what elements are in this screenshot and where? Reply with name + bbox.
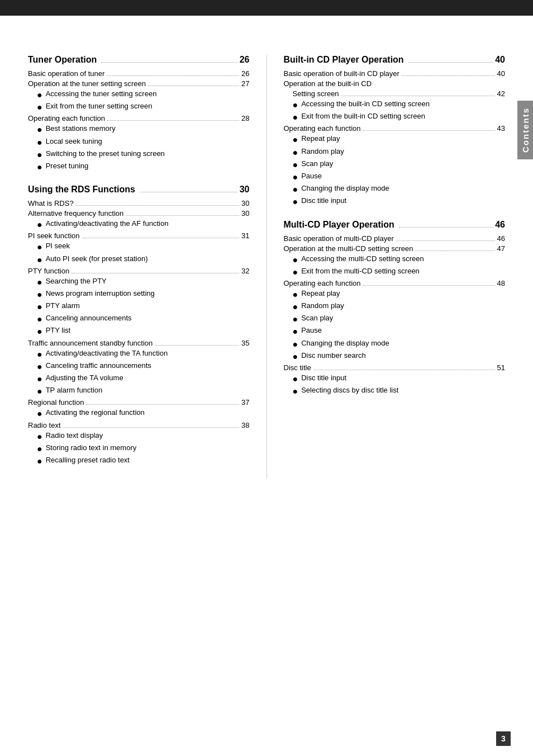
sub-entry-label: Exit from the tuner setting screen	[46, 102, 250, 110]
sub-entry-label: Activating the regional function	[46, 408, 250, 417]
sub-entry: ●Local seek tuning	[28, 137, 250, 148]
sub-entry: ●Preset tuning	[28, 162, 250, 172]
entry-page: 35	[241, 339, 249, 347]
bullet-icon: ●	[37, 289, 42, 300]
entry-row: Alternative frequency function30	[28, 209, 250, 218]
bullet-icon: ●	[293, 100, 298, 110]
page-number: 3	[496, 731, 511, 746]
entry-page: 43	[497, 124, 505, 133]
entry-page: 51	[497, 363, 505, 372]
sub-entry-label: Accessing the tuner setting screen	[46, 89, 250, 98]
bullet-icon: ●	[37, 89, 42, 100]
sub-entry: ●News program interruption setting	[28, 289, 250, 300]
sub-entry: ●Auto PI seek (for preset station)	[28, 254, 250, 265]
sub-entry: ●Activating/deactivating the AF function	[28, 219, 250, 230]
entry-page: 40	[497, 69, 505, 78]
section-title: Built-in CD Player Operation	[284, 55, 404, 65]
bullet-icon: ●	[37, 349, 42, 360]
bullet-icon: ●	[37, 431, 42, 442]
page-num: 42	[497, 89, 505, 98]
entry-page: 47	[497, 244, 505, 253]
bullet-icon: ●	[37, 361, 42, 372]
sub-entry: ●Best stations memory	[28, 124, 250, 135]
bullet-icon: ●	[37, 408, 42, 419]
leader-dots	[341, 96, 495, 96]
entry-row: What is RDS?30	[28, 199, 250, 207]
bullet-icon: ●	[37, 386, 42, 396]
leader-dots	[82, 238, 240, 238]
leader-dots	[63, 427, 239, 428]
bullet-icon: ●	[37, 219, 42, 230]
sub-entry: ●Pause	[284, 172, 506, 182]
sub-entry: ●Random play	[284, 147, 506, 158]
entry-page: 30	[241, 209, 249, 218]
content-area: Tuner Operation26Basic operation of tune…	[0, 32, 533, 501]
section-page: 30	[240, 185, 250, 195]
entry-page: 46	[497, 234, 505, 243]
bullet-icon: ●	[37, 124, 42, 135]
section-block: Using the RDS Functions30What is RDS?30A…	[28, 185, 250, 466]
bullet-icon: ●	[37, 162, 42, 172]
sub-entry: ●Radio text display	[28, 431, 250, 442]
sub-entry: ●Repeat play	[284, 289, 506, 300]
bullet-icon: ●	[37, 149, 42, 160]
sub-entry: ●Exit from the multi-CD setting screen	[284, 267, 506, 277]
sub-entry: ●Accessing the built-in CD setting scree…	[284, 100, 506, 110]
title-leader	[140, 192, 237, 192]
sub-entry-label: Canceling traffic announcements	[46, 361, 250, 370]
sub-entry-label: PTY alarm	[46, 301, 250, 310]
sub-entry-plain: Setting screen42	[284, 89, 506, 98]
entry-label: Basic operation of built-in CD player	[284, 69, 399, 78]
section-block: Multi-CD Player Operation46Basic operati…	[284, 220, 506, 397]
entry-label: Disc title	[284, 363, 311, 372]
bullet-icon: ●	[293, 147, 298, 158]
bullet-icon: ●	[293, 254, 298, 265]
entry-label: Basic operation of multi-CD player	[284, 234, 394, 243]
bullet-icon: ●	[37, 102, 42, 112]
right-column: Built-in CD Player Operation40Basic oper…	[267, 55, 506, 479]
entry-row: Operating each function48	[284, 279, 506, 287]
entry-row: PTY function32	[28, 267, 250, 275]
entry-label: PTY function	[28, 267, 69, 275]
entry-row: Basic operation of built-in CD player40	[284, 69, 506, 78]
sub-entry-label: Best stations memory	[46, 124, 250, 133]
leader-dots	[107, 75, 239, 76]
sub-entry: ●Scan play	[284, 314, 506, 324]
leader-dots	[76, 205, 239, 206]
sub-entry-label: Pause	[301, 172, 505, 180]
section-page: 46	[495, 220, 505, 230]
top-bar	[0, 0, 533, 16]
bullet-icon: ●	[37, 277, 42, 287]
contents-tab-label: Contents	[517, 101, 533, 159]
sub-entry-label: PTY list	[46, 326, 250, 334]
entry-row: Basic operation of tuner26	[28, 69, 250, 78]
sub-entry: ●Selecting discs by disc title list	[284, 386, 506, 396]
entry-page: 38	[241, 421, 249, 429]
sub-entry: ●Exit from the built-in CD setting scree…	[284, 112, 506, 122]
entry-row: Basic operation of multi-CD player46	[284, 234, 506, 243]
sub-entry-label: Accessing the built-in CD setting screen	[301, 100, 505, 108]
bullet-icon: ●	[37, 242, 42, 252]
sub-entry: ●Changing the display mode	[284, 184, 506, 195]
entry-row: Operation at the tuner setting screen27	[28, 79, 250, 88]
entry-row: Traffic announcement standby function35	[28, 339, 250, 347]
bullet-icon: ●	[37, 301, 42, 312]
sub-entry: ●TP alarm function	[28, 386, 250, 396]
entry-page: 28	[241, 114, 249, 122]
sub-entry-label: Scan play	[301, 314, 505, 322]
sub-entry-label: Pause	[301, 326, 505, 334]
sub-entry: ●Adjusting the TA volume	[28, 374, 250, 384]
bullet-icon: ●	[293, 289, 298, 300]
title-leader	[101, 62, 237, 63]
entry-row: Operating each function43	[284, 124, 506, 133]
title-leader	[408, 62, 493, 63]
entry-label: Operation at the tuner setting screen	[28, 79, 146, 88]
bullet-icon: ●	[293, 314, 298, 324]
bullet-icon: ●	[293, 301, 298, 312]
section-block: Built-in CD Player Operation40Basic oper…	[284, 55, 506, 207]
sub-entry-label: Switching to the preset tuning screen	[46, 149, 250, 158]
sub-entry-label: Activating/deactivating the TA function	[46, 349, 250, 357]
entry-page: 27	[241, 79, 249, 88]
sub-entry: ●Searching the PTY	[28, 277, 250, 287]
leader-dots	[72, 273, 239, 273]
